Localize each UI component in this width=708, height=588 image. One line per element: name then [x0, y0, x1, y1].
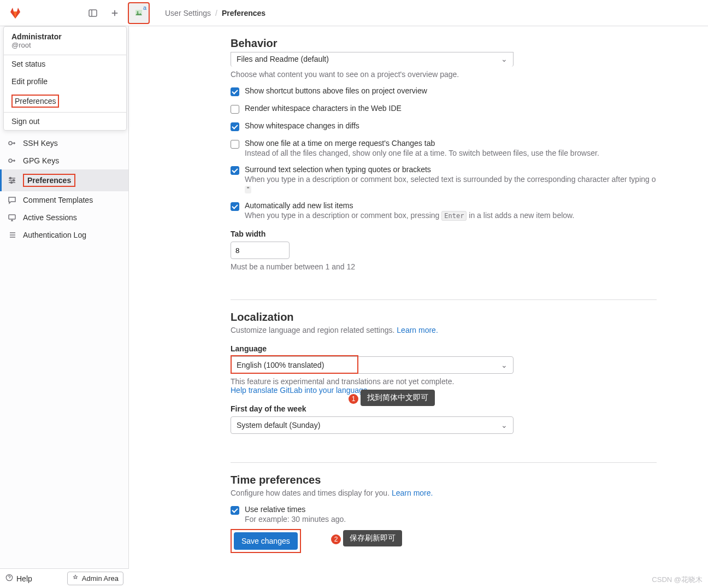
checkbox-label: Automatically add new list items	[245, 201, 574, 210]
annotation-2: 保存刷新即可	[343, 530, 402, 546]
svg-point-13	[13, 180, 15, 181]
admin-area-button[interactable]: Admin Area	[67, 572, 123, 585]
watermark: CSDN @花晓木	[652, 575, 703, 585]
avatar-badge: a	[143, 4, 146, 11]
checkbox-label: Surround text selection when typing quot…	[245, 165, 656, 174]
first-day-select[interactable]: System default (Sunday) ⌄	[231, 416, 514, 434]
key-icon	[8, 156, 16, 165]
svg-rect-15	[9, 215, 15, 219]
localization-section: Localization Customize language and regi…	[231, 311, 668, 447]
sidebar-item-label: Active Sessions	[23, 213, 77, 222]
help-icon	[5, 574, 13, 583]
key-icon	[8, 139, 16, 148]
main-content: Behavior Files and Readme (default) ⌄ Ch…	[129, 26, 708, 568]
annotation-badge-1: 1	[349, 394, 358, 404]
svg-point-14	[11, 182, 13, 184]
behavior-title: Behavior	[231, 37, 668, 50]
user-avatar-button[interactable]: a	[128, 2, 150, 24]
sidebar-item-ssh-keys[interactable]: SSH Keys	[0, 134, 128, 152]
list-icon	[8, 231, 16, 239]
breadcrumb-parent[interactable]: User Settings	[165, 9, 211, 17]
preferences-icon	[8, 176, 16, 185]
annotation-badge-2: 2	[331, 534, 341, 544]
sidebar-item-label: GPG Keys	[23, 156, 59, 165]
checkbox-help: Instead of all the files changed, show o…	[245, 149, 599, 157]
breadcrumb-current: Preferences	[222, 9, 266, 17]
sidebar-item-label: SSH Keys	[23, 139, 58, 148]
user-menu-sign-out[interactable]: Sign out	[4, 112, 126, 130]
checkbox-label: Show whitespace changes in diffs	[245, 121, 359, 130]
tab-width-help: Must be a number between 1 and 12	[231, 262, 668, 271]
checkbox-label: Use relative times	[245, 505, 346, 514]
checkbox-whitespace-diffs[interactable]	[231, 122, 239, 131]
sidebar-toggle-icon[interactable]	[84, 4, 102, 22]
section-divider	[231, 462, 657, 463]
plus-icon[interactable]	[106, 4, 123, 22]
tab-width-input[interactable]	[231, 242, 290, 259]
sidebar-item-active-sessions[interactable]: Active Sessions	[0, 209, 128, 226]
language-select[interactable]: English (100% translated) ⌄	[231, 356, 514, 374]
sidebar-item-label: Preferences	[23, 174, 75, 187]
gitlab-logo-icon[interactable]	[9, 7, 22, 20]
sidebar-item-gpg-keys[interactable]: GPG Keys	[0, 152, 128, 169]
localization-title: Localization	[231, 311, 668, 324]
svg-point-10	[9, 142, 12, 145]
translate-link[interactable]: Help translate GitLab into your language…	[231, 386, 370, 395]
checkbox-one-file[interactable]	[231, 140, 239, 149]
comment-icon	[8, 196, 16, 204]
behavior-section: Behavior Files and Readme (default) ⌄ Ch…	[231, 37, 668, 284]
homepage-content-select[interactable]: Files and Readme (default) ⌄	[231, 52, 514, 67]
tab-width-label: Tab width	[231, 230, 668, 238]
annotation-1: 找到简体中文即可	[361, 390, 435, 406]
save-changes-button[interactable]: Save changes	[234, 532, 298, 550]
breadcrumb: User Settings / Preferences	[165, 9, 266, 17]
sidebar-item-preferences[interactable]: Preferences	[0, 169, 128, 191]
chevron-down-icon: ⌄	[501, 361, 508, 369]
checkbox-help: When you type in a description or commen…	[245, 175, 656, 184]
chevron-down-icon: ⌄	[501, 55, 508, 63]
section-divider	[231, 299, 657, 300]
user-menu-name: Administrator	[11, 32, 119, 41]
svg-rect-0	[89, 10, 97, 16]
homepage-help: Choose what content you want to see on a…	[231, 70, 668, 79]
checkbox-shortcut-buttons[interactable]	[231, 87, 239, 96]
sidebar-item-label: Comment Templates	[23, 196, 93, 204]
time-learn-more-link[interactable]: Learn more.	[392, 489, 433, 497]
enter-key-icon: Enter	[441, 211, 467, 221]
svg-point-11	[9, 159, 12, 162]
topbar: a User Settings / Preferences	[0, 0, 708, 26]
checkbox-auto-list[interactable]	[231, 202, 239, 211]
sidebar-item-auth-log[interactable]: Authentication Log	[0, 226, 128, 244]
checkbox-label: Show shortcut buttons above files on pro…	[245, 86, 427, 95]
code-hint: "	[245, 186, 251, 193]
help-link[interactable]: Help	[5, 574, 32, 583]
sidebar-item-label: Authentication Log	[23, 231, 86, 239]
sidebar-footer: Help Admin Area	[0, 568, 129, 588]
checkbox-help: When you type in a description or commen…	[245, 211, 574, 220]
first-day-label: First day of the week	[231, 404, 668, 413]
user-menu-set-status[interactable]: Set status	[4, 55, 126, 73]
svg-point-12	[10, 178, 11, 179]
checkbox-help: For example: 30 minutes ago.	[245, 515, 346, 524]
time-title: Time preferences	[231, 474, 668, 486]
checkbox-render-whitespace[interactable]	[231, 105, 239, 114]
annotation-highlight-save: Save changes	[231, 529, 301, 553]
language-help: This feature is experimental and transla…	[231, 377, 668, 386]
monitor-icon	[8, 213, 16, 222]
checkbox-label: Render whitespace characters in the Web …	[245, 104, 402, 113]
checkbox-relative-times[interactable]	[231, 506, 239, 515]
language-label: Language	[231, 344, 668, 353]
chevron-down-icon: ⌄	[501, 421, 508, 430]
localization-learn-more-link[interactable]: Learn more.	[397, 326, 438, 334]
localization-sub: Customize language and region related se…	[231, 326, 668, 334]
user-menu-preferences[interactable]: Preferences	[4, 90, 126, 112]
sidebar-item-comment-templates[interactable]: Comment Templates	[0, 191, 128, 209]
breadcrumb-separator: /	[215, 9, 217, 17]
user-menu-popover: Administrator @root Set status Edit prof…	[3, 26, 127, 131]
time-section: Time preferences Configure how dates and…	[231, 474, 668, 566]
user-menu-edit-profile[interactable]: Edit profile	[4, 73, 126, 90]
time-sub: Configure how dates and times display fo…	[231, 489, 668, 497]
checkbox-label: Show one file at a time on merge request…	[245, 139, 599, 148]
checkbox-surround-text[interactable]	[231, 166, 239, 175]
user-menu-handle: @root	[11, 41, 119, 49]
